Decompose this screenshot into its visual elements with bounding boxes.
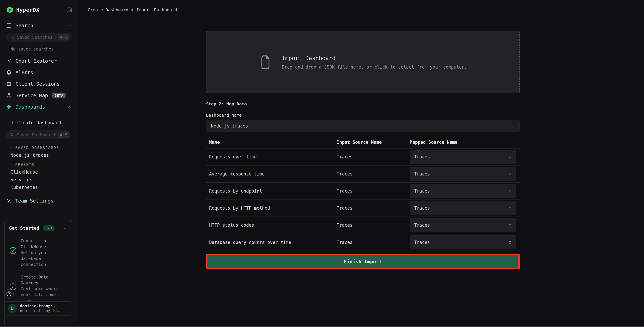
column-header-mapped-source: Mapped Source Name [410, 140, 520, 145]
preset-dashboard-item[interactable]: Kubernetes [10, 184, 77, 190]
preset-dashboard-item[interactable]: ClickHouse [10, 170, 77, 175]
preset-dashboard-item[interactable]: Services [10, 177, 77, 182]
dashboard-name-input[interactable] [206, 120, 520, 132]
chevron-down-icon [10, 146, 13, 150]
chevron-up-icon[interactable] [68, 105, 72, 109]
json-file-dropzone[interactable]: Import Dashboard Drag and drop a JSON fi… [206, 31, 520, 94]
group-label: SAVED DASHBOARDS [15, 146, 59, 150]
horizontal-scrollbar[interactable] [0, 326, 644, 327]
input-source: Traces [337, 240, 410, 245]
chevron-up-icon[interactable] [68, 23, 72, 28]
team-settings-label: Team Settings [15, 198, 54, 204]
presets-group[interactable]: PRESETS [10, 162, 77, 167]
beta-badge: BETA [52, 92, 66, 98]
checklist-item-connect-clickhouse[interactable]: Connect to ClickHouse Set up your databa… [9, 238, 68, 268]
chart-name: Requests by endpoint [206, 188, 337, 194]
finish-import-button[interactable]: Finish Import [208, 255, 518, 268]
table-row: Requests by endpoint Traces Traces [206, 182, 520, 200]
sidebar-item-chart-explorer[interactable]: Chart Explorer [0, 55, 77, 67]
divider [0, 115, 77, 115]
saved-searches-search[interactable]: ⌘ K [6, 33, 71, 42]
chart-name: Requests by HTTP method [206, 206, 337, 210]
saved-dashboards-search[interactable]: ⌘ K [6, 130, 71, 139]
sidebar: HyperDX Search ⌘ K [0, 0, 77, 327]
mapping-table: Name Input Source Name Mapped Source Nam… [206, 140, 520, 251]
checklist-item-create-data-sources[interactable]: Create Data Sources Configure where your… [9, 274, 68, 304]
input-source: Traces [337, 206, 410, 210]
chart-explorer-icon [6, 58, 12, 64]
gear-icon [6, 198, 12, 204]
table-row: Average response time Traces Traces [206, 166, 520, 182]
selected-value: Traces [414, 222, 430, 228]
mapped-source-select[interactable]: Traces [410, 184, 516, 198]
search-section-label: Search [16, 23, 33, 28]
saved-dashboards-input[interactable] [17, 132, 58, 137]
chart-name: Average response time [206, 172, 337, 176]
saved-dashboards-group[interactable]: SAVED DASHBOARDS [10, 146, 77, 150]
app-title: HyperDX [16, 7, 40, 13]
create-dashboard-button[interactable]: Create Dashboard [10, 120, 77, 125]
selected-value: Traces [414, 240, 430, 245]
sidebar-item-alerts[interactable]: Alerts [0, 67, 77, 78]
chart-name: Requests over time [206, 154, 337, 160]
saved-searches-input[interactable] [17, 35, 58, 40]
sidebar-item-client-sessions[interactable]: Client Sessions [0, 78, 77, 90]
service-map-icon [6, 92, 12, 98]
mapped-source-select[interactable]: Traces [410, 236, 516, 249]
profile-name: dominic.tran@c… [20, 304, 60, 308]
chevron-down-icon [10, 163, 13, 166]
group-label: PRESETS [15, 162, 34, 167]
select-chevrons-icon [508, 154, 512, 160]
alerts-icon [6, 70, 12, 75]
sidebar-item-team-settings[interactable]: Team Settings [6, 198, 72, 204]
selected-value: Traces [414, 154, 430, 160]
table-row: Database query counts over time Traces T… [206, 234, 520, 251]
checklist-item-desc: Set up your database connection [20, 250, 68, 268]
select-chevrons-icon [508, 172, 512, 176]
search-section-icon [6, 23, 12, 28]
sidebar-item-label: Dashboards [16, 104, 45, 110]
input-source: Traces [337, 172, 410, 176]
sidebar-item-label: Alerts [16, 70, 33, 75]
mapped-source-select[interactable]: Traces [410, 167, 516, 181]
plus-icon [10, 120, 15, 125]
breadcrumb-create-dashboard[interactable]: Create Dashboard [88, 8, 128, 12]
dashboard-name-label: Dashboard Name [206, 113, 520, 118]
search-icon [10, 132, 14, 137]
selected-value: Traces [414, 206, 430, 210]
breadcrumb-separator: > [131, 8, 134, 12]
chart-name: HTTP status codes [206, 222, 337, 228]
input-source: Traces [337, 154, 410, 160]
chevron-up-icon[interactable] [63, 226, 68, 230]
collapse-sidebar-icon[interactable] [66, 7, 72, 13]
saved-dashboard-item[interactable]: Node.js traces [10, 152, 77, 158]
main-area: Create Dashboard > Import Dashboard Impo… [77, 0, 644, 327]
selected-value: Traces [414, 188, 430, 194]
select-chevrons-icon [508, 222, 512, 228]
select-chevrons-icon [508, 188, 512, 194]
table-row: Requests by HTTP method Traces Traces [206, 200, 520, 217]
sidebar-item-search[interactable]: Search [6, 23, 72, 28]
sidebar-item-service-map[interactable]: Service Map BETA [0, 90, 77, 101]
get-started-title: Get Started [9, 226, 39, 231]
mapped-source-select[interactable]: Traces [410, 218, 516, 232]
check-circle-icon [9, 246, 17, 268]
search-shortcut-badge: ⌘ K [58, 132, 69, 138]
mapped-source-select[interactable]: Traces [410, 150, 516, 164]
sidebar-item-label: Service Map [16, 92, 48, 98]
get-started-progress-badge: 3/3 [43, 225, 55, 231]
breadcrumb: Create Dashboard > Import Dashboard [77, 0, 644, 20]
mapped-source-select[interactable]: Traces [410, 201, 516, 215]
table-header-row: Name Input Source Name Mapped Source Nam… [206, 140, 520, 148]
avatar: D [8, 304, 17, 313]
user-profile-button[interactable]: D dominic.tran@c… dominic.tran@cli… [4, 301, 72, 316]
table-row: Requests over time Traces Traces [206, 148, 520, 166]
select-chevrons-icon [508, 240, 512, 245]
sidebar-item-dashboards[interactable]: Dashboards [0, 101, 77, 113]
breadcrumb-import-dashboard: Import Dashboard [136, 8, 177, 12]
hyperdx-logo-icon [6, 6, 14, 14]
help-button[interactable] [4, 289, 14, 298]
checklist-item-title: Create Data Sources [20, 275, 49, 286]
input-source: Traces [337, 188, 410, 194]
search-icon [10, 35, 14, 39]
